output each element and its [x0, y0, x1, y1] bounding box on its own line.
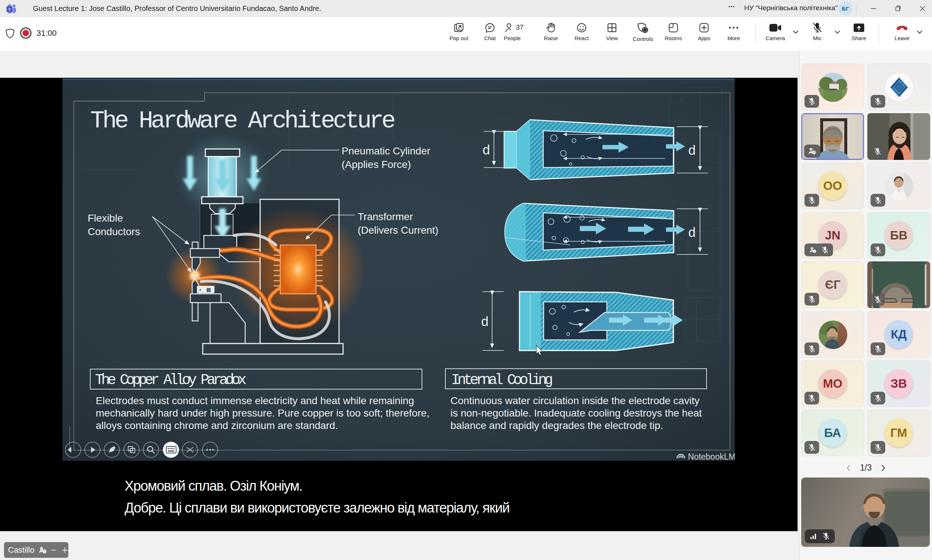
svg-text:is non-negotiable. Inadequate: is non-negotiable. Inadequate cooling de…	[451, 408, 702, 419]
svg-text:(Delivers Current): (Delivers Current)	[358, 225, 438, 236]
svg-text:?: ?	[813, 250, 815, 253]
svg-text:Electrodes must conduct immens: Electrodes must conduct immense electric…	[96, 395, 414, 406]
svg-text:NotebookLM: NotebookLM	[688, 452, 735, 461]
svg-text:d: d	[688, 225, 696, 240]
svg-text:Continuous water circulation i: Continuous water circulation inside the …	[451, 395, 700, 406]
svg-text:Transformer: Transformer	[358, 211, 413, 222]
svg-text:(Applies Force): (Applies Force)	[342, 159, 411, 170]
svg-text:balance and rapidly degrades t: balance and rapidly degrades the electro…	[451, 420, 663, 431]
svg-text:d: d	[688, 143, 696, 158]
svg-text:37: 37	[516, 23, 523, 31]
svg-text:Pneumatic Cylinder: Pneumatic Cylinder	[342, 145, 431, 157]
svg-text:alloys containing chrome and z: alloys containing chrome and zirconium a…	[96, 420, 338, 431]
svg-text:?: ?	[813, 151, 815, 154]
svg-text:d: d	[481, 314, 488, 329]
svg-text:d: d	[483, 142, 490, 157]
svg-text:◐: ◐	[199, 287, 202, 292]
svg-text:Internal Cooling: Internal Cooling	[451, 372, 552, 388]
svg-text:Flexible: Flexible	[88, 212, 123, 224]
svg-text:?: ?	[43, 549, 45, 553]
svg-text:Conductors: Conductors	[88, 226, 140, 237]
svg-text:The Hardware Architecture: The Hardware Architecture	[90, 107, 395, 135]
svg-text:▤: ▤	[207, 287, 211, 292]
svg-text:T: T	[8, 7, 11, 12]
svg-text:mechanically hard under high p: mechanically hard under high pressure. P…	[96, 408, 430, 419]
svg-text:The Copper Alloy Paradox: The Copper Alloy Paradox	[95, 372, 246, 388]
